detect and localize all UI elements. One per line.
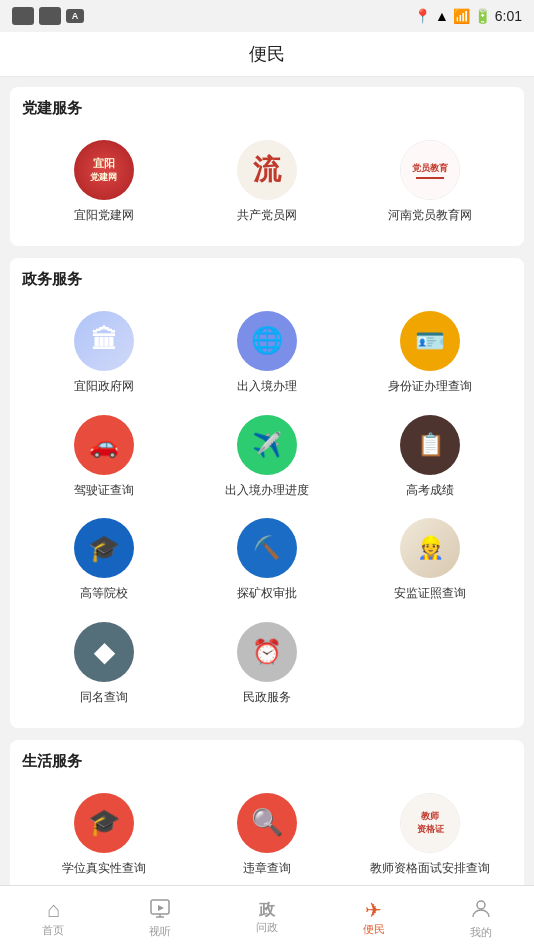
- dangJian-title: 党建服务: [22, 99, 512, 118]
- status-icon-1: [12, 7, 34, 25]
- svg-point-4: [477, 901, 485, 909]
- signal-icon: 📶: [453, 8, 470, 24]
- list-item[interactable]: 宜阳 党建网 宜阳党建网: [22, 130, 185, 234]
- weizhan-label: 违章查询: [243, 860, 291, 877]
- zhengzheng-label: 问政: [256, 920, 278, 935]
- list-item[interactable]: ⛏️ 探矿权审批: [185, 508, 348, 612]
- shenfenzheng-icon: 🪪: [400, 311, 460, 371]
- churujing2-label: 出入境办理进度: [225, 482, 309, 499]
- list-item[interactable]: ⏰ 民政服务: [185, 612, 348, 716]
- gaokao-label: 高考成绩: [406, 482, 454, 499]
- battery-icon: 🔋: [474, 8, 491, 24]
- list-item[interactable]: ◆ 同名查询: [22, 612, 185, 716]
- list-item[interactable]: ✈️ 出入境办理进度: [185, 405, 348, 509]
- bianmin-icon: ✈: [365, 900, 382, 920]
- yiyang-icon: 宜阳 党建网: [74, 140, 134, 200]
- mine-label: 我的: [470, 925, 492, 940]
- jiaoshi-icon: 教师资格证: [400, 793, 460, 853]
- tongming-label: 同名查询: [80, 689, 128, 706]
- empty-slot: [349, 612, 512, 716]
- list-item[interactable]: 🌐 出入境办理: [185, 301, 348, 405]
- svg-marker-3: [158, 905, 164, 911]
- zhengWu-grid: 🏛 宜阳政府网 🌐 出入境办理 🪪 身份证办理查询 🚗: [22, 301, 512, 716]
- nav-bianmin[interactable]: ✈ 便民: [320, 895, 427, 942]
- weizhan-icon: 🔍: [237, 793, 297, 853]
- dangJian-grid: 宜阳 党建网 宜阳党建网 流 共产党员网 党员教育: [22, 130, 512, 234]
- dangjiaoyu-label: 河南党员教育网: [388, 207, 472, 224]
- list-item[interactable]: 流 共产党员网: [185, 130, 348, 234]
- time-display: 6:01: [495, 8, 522, 24]
- home-label: 首页: [42, 923, 64, 938]
- list-item[interactable]: 🎓 学位真实性查询: [22, 783, 185, 887]
- gaoxiao-label: 高等院校: [80, 585, 128, 602]
- zhengfu-icon: 🏛: [74, 311, 134, 371]
- bianmin-label: 便民: [363, 922, 385, 937]
- xuewei-label: 学位真实性查询: [62, 860, 146, 877]
- list-item[interactable]: 📋 高考成绩: [349, 405, 512, 509]
- anjian-label: 安监证照查询: [394, 585, 466, 602]
- list-item[interactable]: 党员教育 河南党员教育网: [349, 130, 512, 234]
- mine-icon: [470, 897, 492, 923]
- churujing-label: 出入境办理: [237, 378, 297, 395]
- shenghuo-title: 生活服务: [22, 752, 512, 771]
- tankuang-label: 探矿权审批: [237, 585, 297, 602]
- wifi-icon: ▲: [435, 8, 449, 24]
- zhengWu-title: 政务服务: [22, 270, 512, 289]
- shenfenzheng-label: 身份证办理查询: [388, 378, 472, 395]
- yiyang-label: 宜阳党建网: [74, 207, 134, 224]
- jiache-icon: 🚗: [74, 415, 134, 475]
- status-bar: A 📍 ▲ 📶 🔋 6:01: [0, 0, 534, 32]
- jiache-label: 驾驶证查询: [74, 482, 134, 499]
- tongming-icon: ◆: [74, 622, 134, 682]
- top-bar: 便民: [0, 32, 534, 77]
- gongchan-icon: 流: [237, 140, 297, 200]
- main-content: 党建服务 宜阳 党建网 宜阳党建网 流 共产党员网: [0, 77, 534, 950]
- list-item[interactable]: 🏛 宜阳政府网: [22, 301, 185, 405]
- minzheng-icon: ⏰: [237, 622, 297, 682]
- list-item[interactable]: 🚗 驾驶证查询: [22, 405, 185, 509]
- jiaoshi-label: 教师资格面试安排查询: [370, 860, 490, 877]
- gaokao-icon: 📋: [400, 415, 460, 475]
- list-item[interactable]: 🪪 身份证办理查询: [349, 301, 512, 405]
- anjian-icon: 👷: [400, 518, 460, 578]
- gongchan-label: 共产党员网: [237, 207, 297, 224]
- churujing2-icon: ✈️: [237, 415, 297, 475]
- list-item[interactable]: 🎓 高等院校: [22, 508, 185, 612]
- status-right-icons: 📍 ▲ 📶 🔋 6:01: [414, 8, 522, 24]
- list-item[interactable]: 教师资格证 教师资格面试安排查询: [349, 783, 512, 887]
- list-item[interactable]: 🔍 违章查询: [185, 783, 348, 887]
- minzheng-label: 民政服务: [243, 689, 291, 706]
- zhengzheng-icon: 政: [259, 902, 275, 918]
- nav-zhengzheng[interactable]: 政 问政: [214, 897, 321, 940]
- nav-home[interactable]: ⌂ 首页: [0, 894, 107, 943]
- list-item[interactable]: 👷 安监证照查询: [349, 508, 512, 612]
- churujing-icon: 🌐: [237, 311, 297, 371]
- tankuang-icon: ⛏️: [237, 518, 297, 578]
- status-icon-2: [39, 7, 61, 25]
- page-title: 便民: [249, 44, 285, 64]
- bottom-nav: ⌂ 首页 视听 政 问政 ✈ 便民 我的: [0, 885, 534, 950]
- home-icon: ⌂: [47, 899, 60, 921]
- location-icon: 📍: [414, 8, 431, 24]
- dangJian-section: 党建服务 宜阳 党建网 宜阳党建网 流 共产党员网: [10, 87, 524, 246]
- zhengfu-label: 宜阳政府网: [74, 378, 134, 395]
- nav-media[interactable]: 视听: [107, 892, 214, 944]
- nav-mine[interactable]: 我的: [427, 892, 534, 945]
- gaoxiao-icon: 🎓: [74, 518, 134, 578]
- media-label: 视听: [149, 924, 171, 939]
- media-icon: [149, 897, 171, 922]
- zhengWu-section: 政务服务 🏛 宜阳政府网 🌐 出入境办理 🪪: [10, 258, 524, 728]
- status-icon-3: A: [66, 9, 84, 23]
- dangjiaoyu-icon: 党员教育: [400, 140, 460, 200]
- xuewei-icon: 🎓: [74, 793, 134, 853]
- status-left-icons: A: [12, 7, 84, 25]
